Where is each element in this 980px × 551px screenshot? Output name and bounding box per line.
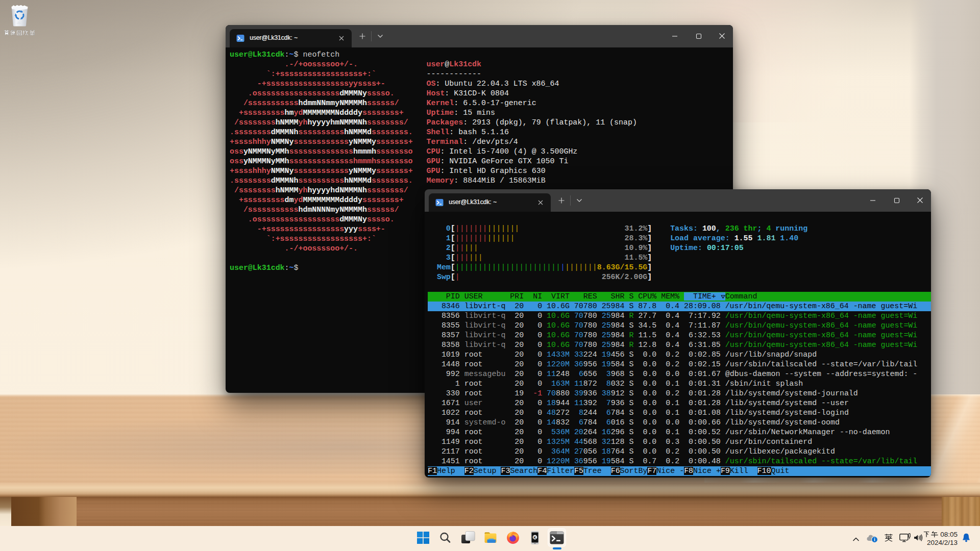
svg-text:K: K [533,535,536,539]
